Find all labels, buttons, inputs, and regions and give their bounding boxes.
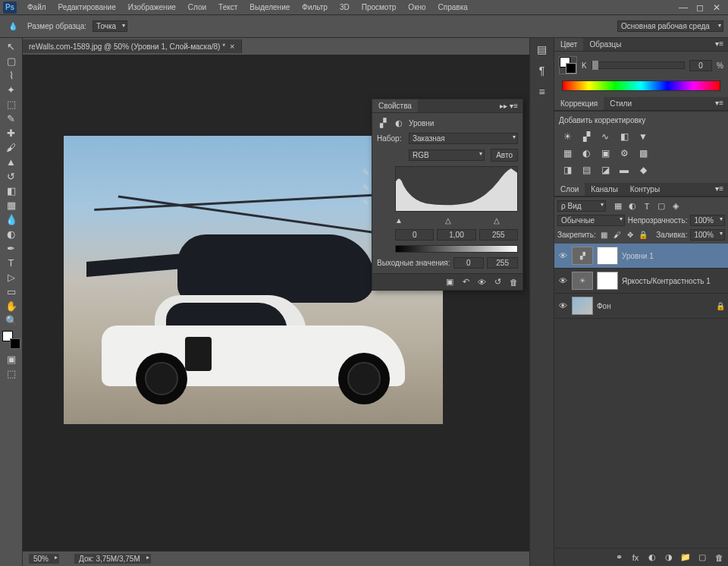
adj-exposure-icon[interactable]: ◧ [617, 130, 631, 143]
view-icon[interactable]: 👁 [475, 276, 488, 288]
adj-color-lookup-icon[interactable]: ▩ [636, 147, 650, 159]
tab-paths[interactable]: Контуры [624, 183, 666, 196]
lock-position-icon[interactable]: ✥ [625, 230, 635, 241]
layer-item-background[interactable]: 👁 Фон 🔒 [554, 294, 728, 319]
highlight-input[interactable]: 255 [479, 229, 518, 241]
sample-size-dropdown[interactable]: Точка [93, 20, 127, 32]
adj-threshold-icon[interactable]: ◪ [598, 164, 612, 176]
filter-smart-icon[interactable]: ◈ [670, 201, 682, 212]
screenmode-tool[interactable]: ⬚ [2, 366, 20, 381]
midtone-input[interactable]: 1,00 [437, 229, 475, 241]
move-tool[interactable]: ↖ [2, 39, 20, 54]
tab-layers[interactable]: Слои [554, 183, 585, 196]
properties-tab[interactable]: Свойства [372, 99, 418, 112]
type-tool[interactable]: T [2, 256, 20, 270]
brush-tool[interactable]: 🖌 [2, 140, 20, 155]
adj-levels-icon[interactable]: ▞ [579, 130, 593, 143]
menu-type[interactable]: Текст [212, 1, 243, 14]
layer-filter-dropdown[interactable]: ρ Вид [557, 200, 606, 212]
history-icon[interactable]: ▤ [534, 41, 551, 58]
fill-field[interactable]: 100% [690, 229, 725, 241]
channel-dropdown[interactable]: RGB [409, 149, 485, 161]
crop-tool[interactable]: ⬚ [2, 97, 20, 112]
lock-transparent-icon[interactable]: ▦ [599, 230, 610, 241]
layer-name[interactable]: Яркость/Контрастность 1 [622, 277, 711, 285]
color-picker[interactable] [2, 331, 20, 349]
layer-fx-icon[interactable]: fx [629, 552, 642, 564]
zoom-field[interactable]: 50% [29, 554, 59, 564]
delete-adjustment-icon[interactable]: 🗑 [507, 276, 519, 288]
adj-bw-icon[interactable]: ◐ [579, 147, 593, 159]
eyedropper-black-icon[interactable]: ✎ [359, 166, 372, 178]
histo-marker-mid[interactable]: △ [445, 216, 451, 225]
layer-item-levels[interactable]: 👁 ▞ Уровни 1 [554, 244, 728, 269]
visibility-icon[interactable]: 👁 [557, 250, 568, 261]
filter-shape-icon[interactable]: ▢ [655, 201, 667, 212]
menu-file[interactable]: Файл [21, 1, 52, 14]
character-icon[interactable]: ¶ [534, 62, 551, 79]
preset-dropdown[interactable]: Заказная [409, 133, 518, 144]
marquee-tool[interactable]: ▢ [2, 54, 20, 68]
adj-invert-icon[interactable]: ◨ [560, 164, 574, 176]
visibility-icon[interactable]: 👁 [557, 300, 568, 311]
output-low-input[interactable]: 0 [453, 257, 485, 269]
menu-filter[interactable]: Фильтр [296, 1, 334, 14]
new-group-icon[interactable]: 📁 [679, 552, 692, 564]
reset-icon[interactable]: ↺ [491, 276, 504, 288]
previous-state-icon[interactable]: ↶ [460, 276, 472, 288]
color-panel-menu[interactable]: ▾≡ [711, 38, 728, 51]
wand-tool[interactable]: ✦ [2, 83, 20, 97]
tab-swatches[interactable]: Образцы [583, 38, 627, 51]
mask-thumb[interactable] [597, 247, 618, 265]
close-button[interactable]: ✕ [711, 3, 722, 12]
eraser-tool[interactable]: ◧ [2, 184, 20, 198]
filter-adjust-icon[interactable]: ◐ [626, 201, 639, 212]
maximize-button[interactable]: ◻ [695, 3, 705, 12]
filter-pixel-icon[interactable]: ▦ [612, 201, 624, 212]
histo-marker-shadow[interactable]: ▲ [395, 216, 403, 225]
adjustments-panel-menu[interactable]: ▾≡ [711, 97, 728, 110]
opacity-field[interactable]: 100% [690, 215, 725, 226]
mask-icon[interactable]: ◐ [393, 118, 405, 128]
menu-select[interactable]: Выделение [243, 1, 296, 14]
k-slider[interactable] [592, 61, 685, 69]
tab-styles[interactable]: Стили [604, 97, 638, 110]
tab-color[interactable]: Цвет [554, 38, 583, 51]
menu-help[interactable]: Справка [432, 1, 474, 14]
hand-tool[interactable]: ✋ [2, 299, 20, 313]
tab-adjustments[interactable]: Коррекция [554, 97, 604, 110]
adj-channel-mixer-icon[interactable]: ⚙ [617, 147, 631, 159]
layer-name[interactable]: Фон [597, 302, 611, 310]
k-value[interactable]: 0 [689, 60, 712, 71]
blend-mode-dropdown[interactable]: Обычные [557, 215, 625, 226]
adj-photo-filter-icon[interactable]: ▣ [598, 147, 612, 159]
heal-tool[interactable]: ✚ [2, 126, 20, 140]
blur-tool[interactable]: 💧 [2, 212, 20, 227]
document-tab[interactable]: reWalls.com-1589.jpg @ 50% (Уровни 1, Сл… [23, 39, 242, 53]
new-layer-icon[interactable]: ▢ [696, 552, 708, 564]
color-swatches[interactable] [559, 56, 577, 74]
eyedropper-tool[interactable]: ✎ [2, 112, 20, 126]
doc-info[interactable]: Док: 3,75M/3,75M [74, 554, 151, 564]
visibility-icon[interactable]: 👁 [557, 275, 568, 286]
menu-view[interactable]: Просмотр [356, 1, 403, 14]
adj-posterize-icon[interactable]: ▤ [579, 164, 593, 176]
paragraph-icon[interactable]: ≡ [534, 83, 551, 100]
lock-pixels-icon[interactable]: 🖌 [612, 230, 623, 241]
minimize-button[interactable]: — [678, 3, 689, 12]
spectrum-bar[interactable] [562, 80, 720, 91]
menu-edit[interactable]: Редактирование [52, 1, 122, 14]
filter-type-icon[interactable]: T [641, 201, 653, 212]
lasso-tool[interactable]: ⌇ [2, 68, 20, 83]
delete-layer-icon[interactable]: 🗑 [713, 552, 725, 564]
histogram[interactable] [395, 166, 518, 212]
layer-item-brightness[interactable]: 👁 ☀ Яркость/Контрастность 1 [554, 269, 728, 294]
lock-all-icon[interactable]: 🔒 [638, 230, 648, 241]
output-high-input[interactable]: 255 [487, 257, 518, 269]
gradient-tool[interactable]: ▦ [2, 198, 20, 212]
auto-button[interactable]: Авто [491, 149, 518, 162]
layers-panel-menu[interactable]: ▾≡ [711, 183, 728, 196]
adj-vibrance-icon[interactable]: ▼ [636, 130, 650, 143]
layer-name[interactable]: Уровни 1 [622, 252, 654, 260]
tab-channels[interactable]: Каналы [585, 183, 624, 196]
